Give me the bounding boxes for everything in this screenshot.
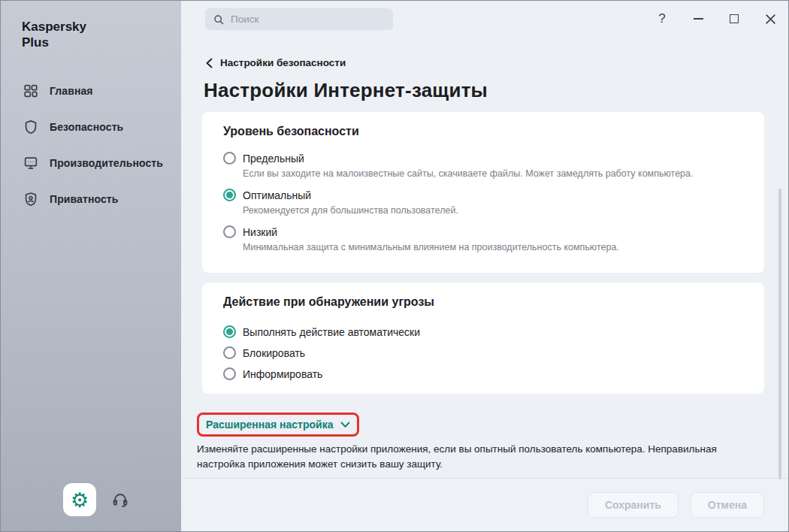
sidebar-item-privacy[interactable]: Приватность xyxy=(1,181,181,217)
footer-action-bar: Сохранить Отмена xyxy=(181,478,788,531)
sidebar-item-security-label: Безопасность xyxy=(50,121,123,133)
app-logo-line1: Kaspersky xyxy=(22,19,181,35)
radio-unselected-icon[interactable] xyxy=(223,346,236,359)
app-logo: Kaspersky Plus xyxy=(1,1,181,50)
minimize-icon xyxy=(694,18,703,20)
option-label: Выполнять действие автоматически xyxy=(243,326,420,338)
breadcrumb-back[interactable]: Настройки безопасности xyxy=(205,57,764,68)
maximize-icon xyxy=(730,14,739,23)
sidebar-item-performance-label: Производительность xyxy=(50,157,163,169)
advanced-settings-label: Расширенная настройка xyxy=(206,419,333,431)
close-button[interactable] xyxy=(761,8,779,29)
settings-button[interactable]: ⚙ xyxy=(63,483,96,516)
cancel-button[interactable]: Отмена xyxy=(691,492,764,518)
breadcrumb-label: Настройки безопасности xyxy=(220,57,346,68)
gear-icon: ⚙ xyxy=(71,490,89,510)
search-placeholder: Поиск xyxy=(231,14,258,25)
close-icon xyxy=(765,14,776,25)
performance-monitor-icon xyxy=(22,154,40,172)
sidebar: Kaspersky Plus Главная xyxy=(1,1,181,531)
sidebar-item-home[interactable]: Главная xyxy=(1,73,181,109)
home-grid-icon xyxy=(22,82,40,100)
annotation-highlight-box: Расширенная настройка xyxy=(197,413,359,437)
search-input[interactable]: Поиск xyxy=(205,8,393,30)
headset-icon xyxy=(110,489,131,510)
sidebar-item-performance[interactable]: Производительность xyxy=(1,145,181,181)
save-button[interactable]: Сохранить xyxy=(588,492,679,518)
option-block-radio-row[interactable]: Блокировать xyxy=(223,346,743,359)
settings-content: Настройки безопасности Настройки Интерне… xyxy=(181,37,788,478)
help-icon: ? xyxy=(658,11,665,26)
radio-unselected-icon[interactable] xyxy=(223,367,236,380)
support-button[interactable] xyxy=(107,486,134,513)
shield-icon xyxy=(22,118,40,136)
topbar: Поиск ? xyxy=(181,1,788,37)
option-optimal-radio-row[interactable]: Оптимальный xyxy=(223,189,743,201)
main-panel: Поиск ? xyxy=(181,1,788,531)
chevron-down-icon xyxy=(340,422,350,428)
radio-unselected-icon[interactable] xyxy=(223,152,236,165)
radio-selected-icon[interactable] xyxy=(223,189,236,201)
search-icon xyxy=(213,14,225,26)
option-label: Низкий xyxy=(243,226,277,238)
option-auto-radio-row[interactable]: Выполнять действие автоматически xyxy=(223,325,743,338)
page-title: Настройки Интернет-защиты xyxy=(204,79,764,102)
threat-action-title: Действие при обнаружении угрозы xyxy=(223,295,743,309)
sidebar-item-home-label: Главная xyxy=(50,85,93,97)
window-controls: ? xyxy=(653,8,779,29)
option-description: Если вы заходите на малоизвестные сайты,… xyxy=(243,168,743,180)
maximize-button[interactable] xyxy=(725,8,743,29)
security-level-card: Уровень безопасности Предельный Если вы … xyxy=(202,112,764,273)
option-extreme: Предельный Если вы заходите на малоизвес… xyxy=(223,152,743,180)
advanced-settings-link[interactable]: Расширенная настройка xyxy=(206,419,350,431)
option-label: Информировать xyxy=(243,368,322,380)
help-button[interactable]: ? xyxy=(653,8,671,29)
radio-selected-icon[interactable] xyxy=(223,325,236,338)
threat-action-card: Действие при обнаружении угрозы Выполнят… xyxy=(202,283,764,394)
option-inform: Информировать xyxy=(223,367,743,380)
app-logo-line2: Plus xyxy=(22,35,181,50)
sidebar-item-security[interactable]: Безопасность xyxy=(1,109,181,145)
option-auto: Выполнять действие автоматически xyxy=(223,325,743,338)
privacy-shield-icon xyxy=(22,190,40,208)
minimize-button[interactable] xyxy=(689,8,707,29)
sidebar-nav: Главная Безопасность xyxy=(1,73,181,217)
app-window: Kaspersky Plus Главная xyxy=(0,0,789,532)
advanced-settings-description: Изменяйте расширенные настройки приложен… xyxy=(197,442,764,472)
option-inform-radio-row[interactable]: Информировать xyxy=(223,367,743,380)
back-chevron-icon xyxy=(205,58,213,68)
sidebar-item-privacy-label: Приватность xyxy=(50,193,118,205)
option-optimal: Оптимальный Рекомендуется для большинств… xyxy=(223,189,743,216)
radio-unselected-icon[interactable] xyxy=(223,225,236,238)
sidebar-footer: ⚙ xyxy=(1,471,181,531)
option-low-radio-row[interactable]: Низкий xyxy=(223,225,743,238)
option-description: Минимальная защита с минимальным влияние… xyxy=(243,242,743,253)
option-label: Предельный xyxy=(243,153,304,165)
option-description: Рекомендуется для большинства пользовате… xyxy=(243,205,743,216)
option-block: Блокировать xyxy=(223,346,743,359)
security-level-title: Уровень безопасности xyxy=(223,125,743,138)
scrollbar-thumb[interactable] xyxy=(778,189,781,479)
sidebar-spacer xyxy=(1,217,181,470)
option-low: Низкий Минимальная защита с минимальным … xyxy=(223,225,743,253)
option-label: Блокировать xyxy=(243,347,305,359)
option-extreme-radio-row[interactable]: Предельный xyxy=(223,152,743,165)
option-label: Оптимальный xyxy=(243,189,311,201)
advanced-settings-section: Расширенная настройка Изменяйте расширен… xyxy=(197,413,764,472)
